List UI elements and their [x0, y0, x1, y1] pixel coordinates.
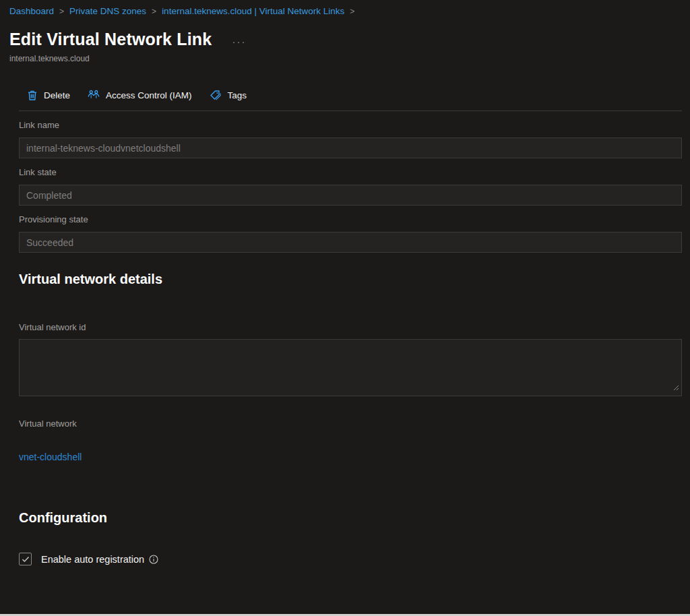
vnet-details-heading: Virtual network details	[19, 272, 682, 287]
configuration-heading: Configuration	[19, 510, 682, 526]
breadcrumb-zone-vnet-links[interactable]: internal.teknews.cloud | Virtual Network…	[162, 6, 344, 16]
more-options-icon[interactable]: ···	[232, 32, 246, 47]
chevron-right-icon: >	[349, 7, 355, 16]
vnet-id-field	[19, 339, 682, 396]
access-control-icon	[88, 90, 100, 100]
page-subtitle: internal.teknews.cloud	[0, 49, 690, 63]
delete-label: Delete	[44, 90, 70, 100]
tag-icon	[210, 90, 222, 101]
breadcrumb-dashboard[interactable]: Dashboard	[9, 6, 54, 16]
toolbar-divider	[19, 111, 682, 111]
page-header: Edit Virtual Network Link ···	[0, 16, 690, 49]
command-bar: Delete Access Control (IAM) Tags	[27, 86, 690, 104]
chevron-right-icon: >	[59, 7, 65, 16]
info-icon[interactable]	[149, 555, 158, 564]
provisioning-state-label: Provisioning state	[19, 214, 682, 225]
vnet-id-textarea[interactable]	[19, 339, 682, 396]
vnet-cloudshell-link[interactable]: vnet-cloudshell	[19, 452, 82, 462]
page-title: Edit Virtual Network Link	[9, 30, 212, 49]
breadcrumb: Dashboard > Private DNS zones > internal…	[0, 0, 690, 16]
vnet-id-label: Virtual network id	[19, 322, 682, 333]
access-control-label: Access Control (IAM)	[106, 90, 192, 100]
link-state-input	[19, 185, 682, 206]
tags-button[interactable]: Tags	[210, 90, 247, 101]
access-control-iam-button[interactable]: Access Control (IAM)	[88, 90, 192, 100]
tags-label: Tags	[228, 90, 247, 100]
link-state-label: Link state	[19, 167, 682, 178]
auto-registration-label-text: Enable auto registration	[41, 554, 144, 565]
provisioning-state-input	[19, 232, 682, 253]
breadcrumb-private-dns-zones[interactable]: Private DNS zones	[69, 6, 146, 16]
auto-registration-row: Enable auto registration	[19, 553, 682, 565]
checkmark-icon	[22, 553, 30, 565]
chevron-right-icon: >	[151, 7, 157, 16]
vnet-label: Virtual network	[19, 419, 682, 429]
trash-icon	[27, 90, 38, 101]
link-name-label: Link name	[19, 120, 682, 131]
delete-button[interactable]: Delete	[27, 90, 70, 101]
auto-registration-checkbox[interactable]	[19, 553, 32, 565]
resize-handle-icon[interactable]	[673, 381, 679, 394]
link-name-input	[19, 137, 682, 158]
auto-registration-label: Enable auto registration	[41, 554, 158, 565]
edit-link-form: Link name Link state Provisioning state …	[19, 120, 682, 565]
